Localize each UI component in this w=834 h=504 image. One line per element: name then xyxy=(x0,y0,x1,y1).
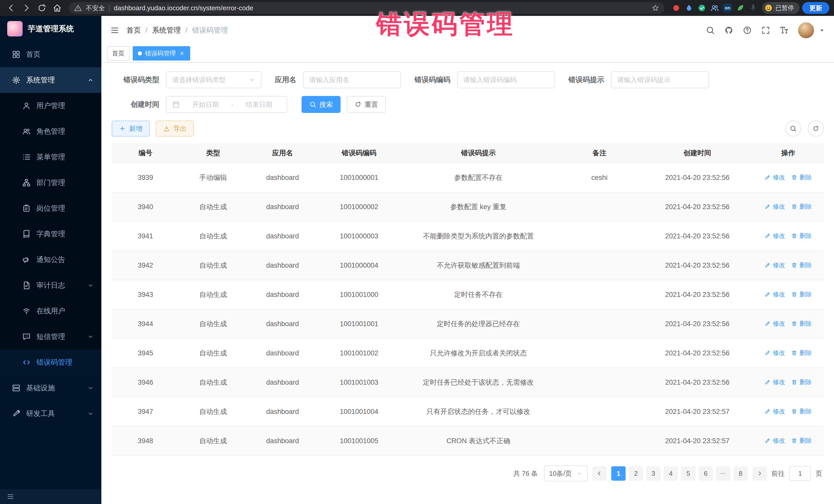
more-pages-button[interactable] xyxy=(716,466,730,481)
fullscreen-button[interactable] xyxy=(761,26,770,35)
page-size-select[interactable]: 10条/页 xyxy=(544,465,588,481)
sidebar-item-infrastructure[interactable]: 基础设施 xyxy=(0,375,101,401)
edit-link[interactable]: 修改 xyxy=(765,437,785,445)
sidebar-item-user[interactable]: 用户管理 xyxy=(0,93,101,118)
toggle-search-button[interactable] xyxy=(785,120,801,136)
help-button[interactable] xyxy=(743,26,752,35)
page-button-3[interactable]: 3 xyxy=(646,466,660,481)
sidebar-collapse[interactable] xyxy=(0,489,101,504)
page-button-8[interactable]: 8 xyxy=(733,466,748,481)
refresh-table-button[interactable] xyxy=(808,120,824,136)
delete-link[interactable]: 删除 xyxy=(791,320,812,328)
delete-link[interactable]: 删除 xyxy=(791,173,812,181)
sidebar-item-post[interactable]: 岗位管理 xyxy=(0,196,101,221)
edit-link[interactable]: 修改 xyxy=(765,320,785,328)
paused-badge[interactable]: 已暂停 xyxy=(762,2,799,14)
end-date-placeholder: 结束日期 xyxy=(237,100,281,109)
page-button-6[interactable]: 6 xyxy=(699,466,713,481)
edit-link[interactable]: 修改 xyxy=(765,261,785,269)
filter-error-msg: 错误码提示 xyxy=(568,71,709,88)
gear-icon xyxy=(12,76,21,84)
header-search-button[interactable] xyxy=(706,26,715,35)
edit-link[interactable]: 修改 xyxy=(765,290,785,299)
breadcrumb-item[interactable]: 首页 xyxy=(127,25,141,35)
browser-back-button[interactable] xyxy=(6,3,16,13)
pin-extension-icon[interactable] xyxy=(749,4,758,12)
tab-home[interactable]: 首页 xyxy=(107,46,130,61)
error-msg-label: 错误码提示 xyxy=(568,75,611,85)
leaf-extension-icon[interactable] xyxy=(736,4,745,12)
sidebar-item-audit-log[interactable]: 审计日志 xyxy=(0,272,101,298)
tab-error-code[interactable]: 错误码管理 xyxy=(133,46,190,61)
drop-extension-icon[interactable] xyxy=(685,4,694,12)
edit-link[interactable]: 修改 xyxy=(765,173,785,181)
badge-extension-icon[interactable]: on xyxy=(723,4,732,12)
breadcrumb-item[interactable]: 系统管理 xyxy=(152,25,181,35)
browser-update-button[interactable]: 更新 xyxy=(802,2,829,14)
sidebar-item-dept[interactable]: 部门管理 xyxy=(0,170,101,196)
delete-link[interactable]: 删除 xyxy=(791,202,812,211)
browser-forward-button[interactable] xyxy=(22,3,31,13)
delete-link[interactable]: 删除 xyxy=(791,290,812,299)
edit-link[interactable]: 修改 xyxy=(765,202,785,211)
error-type-select[interactable]: 请选择错误码类型 xyxy=(166,71,262,88)
warning-icon xyxy=(74,4,82,12)
page-button-5[interactable]: 5 xyxy=(681,466,696,481)
page-button-2[interactable]: 2 xyxy=(629,466,643,481)
sidebar-item-home[interactable]: 首页 xyxy=(0,42,101,67)
error-msg-input[interactable] xyxy=(611,71,709,88)
reset-button[interactable]: 重置 xyxy=(347,96,386,113)
delete-link[interactable]: 删除 xyxy=(791,349,812,357)
check-extension-icon[interactable] xyxy=(698,4,706,12)
sidebar-item-sms[interactable]: 短信管理 xyxy=(0,324,101,350)
chevron-down-icon[interactable] xyxy=(819,27,825,34)
sidebar-item-dict[interactable]: 字典管理 xyxy=(0,221,101,247)
sidebar-item-online-user[interactable]: 在线用户 xyxy=(0,298,101,324)
sidebar-item-system[interactable]: 系统管理 xyxy=(0,67,101,93)
delete-link[interactable]: 删除 xyxy=(791,261,812,269)
user-avatar[interactable] xyxy=(798,22,814,38)
sidebar-item-role[interactable]: 角色管理 xyxy=(0,118,101,144)
edit-link[interactable]: 修改 xyxy=(765,349,785,357)
create-time-range-picker[interactable]: 开始日期 - 结束日期 xyxy=(166,96,287,113)
font-size-button[interactable] xyxy=(780,26,789,35)
github-button[interactable] xyxy=(724,26,733,35)
search-button[interactable]: 搜索 xyxy=(302,96,341,113)
sidebar-item-dev-tools[interactable]: 研发工具 xyxy=(0,401,101,426)
cell-app: dashboard xyxy=(247,192,318,221)
delete-link[interactable]: 删除 xyxy=(791,407,812,415)
chevron-down-icon xyxy=(576,470,583,477)
prev-page-button[interactable] xyxy=(592,466,607,481)
delete-link[interactable]: 删除 xyxy=(791,437,812,445)
people-extension-icon[interactable] xyxy=(710,4,719,12)
bookmark-star-icon[interactable] xyxy=(651,4,659,12)
record-extension-icon[interactable] xyxy=(672,4,681,12)
cell-msg: 定时任务的处理器已经存在 xyxy=(400,309,557,338)
cell-type: 自动生成 xyxy=(179,426,247,456)
sidebar-item-notice[interactable]: 通知公告 xyxy=(0,247,101,272)
sidebar-item-menu[interactable]: 菜单管理 xyxy=(0,144,101,170)
app-logo[interactable]: 芋道管理系统 xyxy=(0,16,101,42)
error-code-input[interactable] xyxy=(457,71,555,88)
delete-link[interactable]: 删除 xyxy=(791,378,812,386)
close-icon[interactable] xyxy=(179,50,185,57)
add-button[interactable]: 新增 xyxy=(112,120,150,136)
sidebar-item-error-code[interactable]: 错误码管理 xyxy=(0,350,101,375)
app-name-input[interactable] xyxy=(303,71,401,88)
cell-time: 2021-04-20 23:52:56 xyxy=(642,251,752,280)
edit-link[interactable]: 修改 xyxy=(765,407,785,415)
page-button-4[interactable]: 4 xyxy=(664,466,678,481)
browser-home-button[interactable] xyxy=(52,3,62,13)
delete-link[interactable]: 删除 xyxy=(791,232,812,240)
chevron-up-icon xyxy=(87,76,94,84)
next-page-button[interactable] xyxy=(752,466,767,481)
browser-address-bar[interactable]: 不安全 | dashboard.yudao.iocoder.cn/system/… xyxy=(69,2,665,14)
edit-link[interactable]: 修改 xyxy=(765,232,785,240)
page-button-1[interactable]: 1 xyxy=(611,466,626,481)
export-button[interactable]: 导出 xyxy=(156,120,194,136)
goto-page-input[interactable] xyxy=(789,466,811,481)
plus-icon xyxy=(119,125,126,132)
browser-reload-button[interactable] xyxy=(37,3,47,13)
edit-link[interactable]: 修改 xyxy=(765,378,785,386)
sidebar-toggle-button[interactable] xyxy=(110,26,119,35)
